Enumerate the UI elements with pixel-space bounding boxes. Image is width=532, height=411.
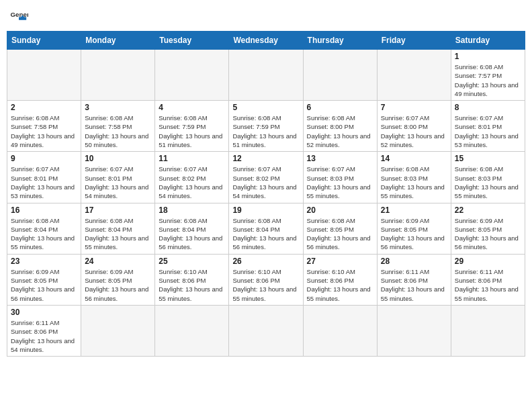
day-cell: 27Sunrise: 6:10 AMSunset: 8:06 PMDayligh… [303,254,377,305]
weekday-header-monday: Monday [81,32,155,50]
day-cell [229,50,303,101]
day-info: Sunrise: 6:07 AMSunset: 8:00 PMDaylight:… [381,113,447,149]
day-info: Sunrise: 6:11 AMSunset: 8:06 PMDaylight:… [381,267,447,303]
day-cell [229,305,303,356]
day-number: 15 [455,154,521,163]
day-number: 12 [232,154,299,163]
day-cell [155,305,229,356]
day-cell: 18Sunrise: 6:08 AMSunset: 8:04 PMDayligh… [155,203,229,254]
day-info: Sunrise: 6:08 AMSunset: 7:57 PMDaylight:… [455,62,521,98]
day-info: Sunrise: 6:07 AMSunset: 8:01 PMDaylight:… [85,165,151,200]
day-info: Sunrise: 6:10 AMSunset: 8:06 PMDaylight:… [159,267,225,303]
day-number: 2 [11,103,77,112]
weekday-header-row: SundayMondayTuesdayWednesdayThursdayFrid… [7,32,525,50]
logo: General [9,7,31,26]
day-number: 24 [85,257,151,266]
day-info: Sunrise: 6:08 AMSunset: 8:03 PMDaylight:… [381,165,447,200]
day-cell: 20Sunrise: 6:08 AMSunset: 8:05 PMDayligh… [303,203,377,254]
day-info: Sunrise: 6:08 AMSunset: 8:00 PMDaylight:… [307,113,373,149]
day-cell: 23Sunrise: 6:09 AMSunset: 8:05 PMDayligh… [7,254,81,305]
day-cell: 6Sunrise: 6:08 AMSunset: 8:00 PMDaylight… [303,101,377,152]
weekday-header-wednesday: Wednesday [229,32,303,50]
day-cell: 22Sunrise: 6:09 AMSunset: 8:05 PMDayligh… [451,203,525,254]
day-info: Sunrise: 6:08 AMSunset: 8:04 PMDaylight:… [85,216,151,252]
day-cell: 16Sunrise: 6:08 AMSunset: 8:04 PMDayligh… [7,203,81,254]
day-cell: 12Sunrise: 6:07 AMSunset: 8:02 PMDayligh… [229,152,303,203]
day-info: Sunrise: 6:08 AMSunset: 8:04 PMDaylight:… [11,216,77,252]
day-cell [377,305,451,356]
day-number: 8 [455,103,521,112]
day-cell: 28Sunrise: 6:11 AMSunset: 8:06 PMDayligh… [377,254,451,305]
day-cell [303,50,377,101]
week-row-1: 2Sunrise: 6:08 AMSunset: 7:58 PMDaylight… [7,101,525,152]
logo-icon: General [9,7,28,26]
weekday-header-friday: Friday [377,32,451,50]
day-info: Sunrise: 6:07 AMSunset: 8:02 PMDaylight:… [232,165,299,200]
day-number: 22 [455,205,521,215]
day-number: 5 [232,103,299,112]
weekday-header-sunday: Sunday [7,32,81,50]
day-number: 1 [455,52,521,61]
day-cell: 15Sunrise: 6:08 AMSunset: 8:03 PMDayligh… [451,152,525,203]
day-info: Sunrise: 6:11 AMSunset: 8:06 PMDaylight:… [11,318,77,354]
day-cell: 21Sunrise: 6:09 AMSunset: 8:05 PMDayligh… [377,203,451,254]
day-info: Sunrise: 6:10 AMSunset: 8:06 PMDaylight:… [232,267,299,303]
week-row-4: 23Sunrise: 6:09 AMSunset: 8:05 PMDayligh… [7,254,525,305]
day-number: 18 [159,205,225,215]
day-cell [451,305,525,356]
day-info: Sunrise: 6:09 AMSunset: 8:05 PMDaylight:… [455,216,521,252]
day-number: 14 [381,154,447,163]
day-cell: 14Sunrise: 6:08 AMSunset: 8:03 PMDayligh… [377,152,451,203]
calendar: SundayMondayTuesdayWednesdayThursdayFrid… [7,31,525,357]
day-cell: 7Sunrise: 6:07 AMSunset: 8:00 PMDaylight… [377,101,451,152]
day-info: Sunrise: 6:07 AMSunset: 8:01 PMDaylight:… [11,165,77,200]
day-number: 13 [307,154,373,163]
day-number: 19 [232,205,299,215]
day-cell: 19Sunrise: 6:08 AMSunset: 8:04 PMDayligh… [229,203,303,254]
day-number: 29 [455,257,521,266]
day-cell: 8Sunrise: 6:07 AMSunset: 8:01 PMDaylight… [451,101,525,152]
day-number: 16 [11,205,77,215]
day-cell [81,305,155,356]
day-info: Sunrise: 6:08 AMSunset: 7:59 PMDaylight:… [232,113,299,149]
day-info: Sunrise: 6:08 AMSunset: 7:58 PMDaylight:… [85,113,151,149]
day-number: 30 [11,308,77,317]
day-info: Sunrise: 6:08 AMSunset: 8:03 PMDaylight:… [455,165,521,200]
day-cell: 30Sunrise: 6:11 AMSunset: 8:06 PMDayligh… [7,305,81,356]
day-number: 28 [381,257,447,266]
weekday-header-thursday: Thursday [303,32,377,50]
day-number: 7 [381,103,447,112]
day-info: Sunrise: 6:08 AMSunset: 7:58 PMDaylight:… [11,113,77,149]
day-cell: 25Sunrise: 6:10 AMSunset: 8:06 PMDayligh… [155,254,229,305]
day-cell: 5Sunrise: 6:08 AMSunset: 7:59 PMDaylight… [229,101,303,152]
day-cell: 2Sunrise: 6:08 AMSunset: 7:58 PMDaylight… [7,101,81,152]
day-cell: 17Sunrise: 6:08 AMSunset: 8:04 PMDayligh… [81,203,155,254]
day-info: Sunrise: 6:08 AMSunset: 8:04 PMDaylight:… [159,216,225,252]
day-number: 9 [11,154,77,163]
day-cell: 13Sunrise: 6:07 AMSunset: 8:03 PMDayligh… [303,152,377,203]
day-cell: 11Sunrise: 6:07 AMSunset: 8:02 PMDayligh… [155,152,229,203]
day-number: 23 [11,257,77,266]
week-row-3: 16Sunrise: 6:08 AMSunset: 8:04 PMDayligh… [7,203,525,254]
day-number: 4 [159,103,225,112]
day-info: Sunrise: 6:11 AMSunset: 8:06 PMDaylight:… [455,267,521,303]
day-cell [81,50,155,101]
day-number: 27 [307,257,373,266]
day-cell: 1Sunrise: 6:08 AMSunset: 7:57 PMDaylight… [451,50,525,101]
day-number: 25 [159,257,225,266]
weekday-header-tuesday: Tuesday [155,32,229,50]
week-row-0: 1Sunrise: 6:08 AMSunset: 7:57 PMDaylight… [7,50,525,101]
weekday-header-saturday: Saturday [451,32,525,50]
day-cell: 9Sunrise: 6:07 AMSunset: 8:01 PMDaylight… [7,152,81,203]
day-cell [377,50,451,101]
day-cell [303,305,377,356]
day-info: Sunrise: 6:07 AMSunset: 8:02 PMDaylight:… [159,165,225,200]
day-info: Sunrise: 6:08 AMSunset: 8:04 PMDaylight:… [232,216,299,252]
day-number: 3 [85,103,151,112]
day-number: 20 [307,205,373,215]
day-cell: 3Sunrise: 6:08 AMSunset: 7:58 PMDaylight… [81,101,155,152]
day-cell: 10Sunrise: 6:07 AMSunset: 8:01 PMDayligh… [81,152,155,203]
week-row-5: 30Sunrise: 6:11 AMSunset: 8:06 PMDayligh… [7,305,525,356]
day-cell [155,50,229,101]
page-header: General [7,7,525,26]
